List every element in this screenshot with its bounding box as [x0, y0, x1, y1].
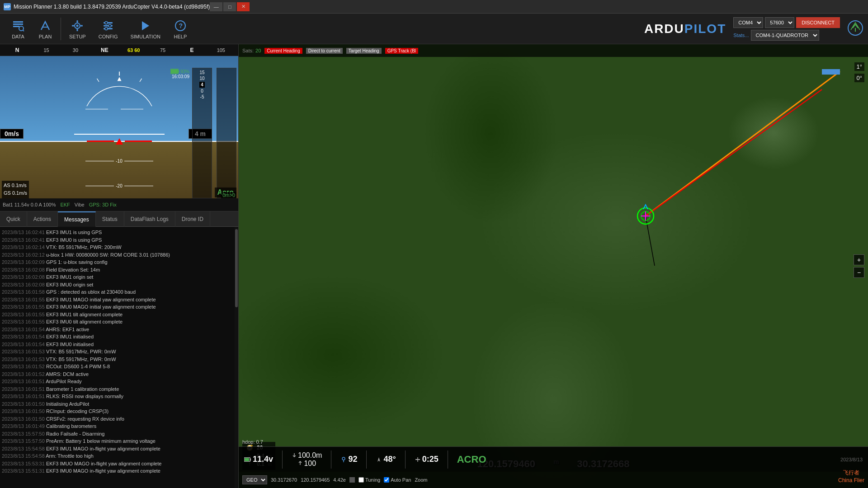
tabs-header: Quick Actions Messages Status DataFlash …: [0, 211, 238, 227]
vehicle-type-select[interactable]: COM4-1-QUADROTOR: [751, 30, 819, 41]
alt-neg5: -5: [200, 94, 204, 99]
autopan-checkbox[interactable]: [384, 477, 389, 483]
stats-link[interactable]: Stats...: [733, 33, 749, 38]
msg-text: EKF3 IMU0 initialised: [46, 342, 94, 347]
svg-point-7: [76, 24, 79, 27]
msg-timestamp: 2023/8/13 16:01:53: [2, 357, 45, 362]
minimize-button[interactable]: —: [210, 2, 222, 11]
svg-rect-1: [13, 23, 23, 25]
config-label: CONFIG: [99, 34, 118, 39]
tab-droneid[interactable]: Drone ID: [175, 211, 210, 227]
direct-btn[interactable]: Direct to current: [306, 48, 343, 54]
time-display: 16:03:09: [172, 74, 189, 79]
vibe-status: Vibe: [75, 202, 85, 207]
tuning-checkbox-label: Tuning: [359, 477, 380, 483]
rollrate-row: 0:25: [415, 455, 439, 464]
msg-timestamp: 2023/8/13 15:54:58: [2, 446, 45, 451]
current-row2: 100: [297, 460, 316, 468]
tab-messages[interactable]: Messages: [58, 211, 96, 227]
zoom-indicator: [349, 477, 355, 483]
svg-rect-0: [13, 21, 23, 23]
msg-timestamp: 2023/8/13 16:01:54: [2, 342, 45, 347]
current-heading-btn[interactable]: Current Heading: [264, 48, 302, 54]
svg-rect-39: [250, 458, 251, 460]
heading-value: 48°: [383, 455, 396, 464]
tab-actions[interactable]: Actions: [27, 211, 58, 227]
msg-timestamp: 2023/8/13 16:01:54: [2, 327, 45, 332]
message-item: 2023/8/13 15:57:50 Radio Failsafe - Disa…: [2, 430, 236, 438]
signal-icon: [847, 20, 863, 38]
data-nav-btn[interactable]: DATA: [5, 17, 32, 41]
msg-timestamp: 2023/8/13 16:02:08: [2, 267, 45, 272]
map-area[interactable]: Sats: 20 Current Heading Direct to curre…: [239, 44, 868, 488]
svg-point-16: [108, 24, 111, 27]
msg-timestamp: 2023/8/13 16:01:49: [2, 423, 45, 429]
close-button[interactable]: ✕: [237, 2, 250, 11]
msg-timestamp: 2023/8/13 15:53:31: [2, 461, 45, 466]
msg-timestamp: 2023/8/13 15:54:58: [2, 453, 45, 459]
ekf-status: EKF: [60, 202, 70, 207]
msg-text: VTX: B5 5917MHz, PWR: 200mW: [46, 244, 122, 250]
svg-point-41: [342, 457, 345, 460]
simulation-nav-btn[interactable]: SIMULATION: [124, 17, 166, 41]
baud-rate-select[interactable]: 57600: [765, 17, 794, 28]
autopan-label: Auto Pan: [391, 477, 411, 483]
msg-timestamp: 2023/8/13 16:01:55: [2, 297, 45, 302]
svg-rect-8: [77, 20, 78, 23]
message-item: 2023/8/13 16:02:41 EKF3 IMU0 is using GP…: [2, 236, 236, 244]
msg-timestamp: 2023/8/13 16:01:51: [2, 386, 45, 392]
message-item: 2023/8/13 16:01:51 ArduPilot Ready: [2, 378, 236, 385]
message-item: 2023/8/13 16:01:53 VTX: B5 5917MHz, PWR:…: [2, 356, 236, 363]
zoom-in-btn[interactable]: +: [854, 254, 864, 265]
maximize-button[interactable]: □: [223, 2, 236, 11]
map-bottom-bar: GEO 30.3172670 120.1579465 4.42e Tuning …: [239, 472, 868, 488]
message-item: 2023/8/13 16:01:52 AMRS: DCM active: [2, 371, 236, 378]
hud-status-bar: Bat1 11.54v 0.0 A 100% EKF Vibe GPS: 3D …: [0, 198, 238, 211]
help-nav-btn[interactable]: ? HELP: [167, 17, 194, 41]
target-heading-btn[interactable]: Target Heading: [346, 48, 382, 54]
svg-point-3: [19, 26, 24, 31]
gps-track-btn[interactable]: GPS Track (Bl: [385, 48, 418, 54]
current-2: 100: [304, 460, 316, 468]
lat-display: 30.3172670: [271, 477, 297, 483]
app-icon: MP: [4, 3, 11, 10]
msg-text: RLKS: RSSI now displays normally: [46, 394, 123, 399]
msg-timestamp: 2023/8/13 15:51:31: [2, 468, 45, 474]
alt-15: 15: [199, 70, 204, 75]
tab-dataflash[interactable]: DataFlash Logs: [124, 211, 175, 227]
vario-readout: 0m>0: [221, 192, 236, 198]
message-item: 2023/8/13 16:01:50 RCInput: decoding CRS…: [2, 408, 236, 415]
svg-point-15: [105, 21, 108, 24]
msg-text: AMRS: DCM active: [46, 371, 89, 377]
com-port-select[interactable]: COM4: [733, 17, 763, 28]
svg-line-25: [140, 79, 142, 82]
msg-text: GPS 1: u-blox saving config: [46, 259, 108, 265]
message-item: 2023/8/13 15:57:50 PreArm: Battery 1 bel…: [2, 437, 236, 445]
scroll-indicator[interactable]: [235, 227, 238, 488]
zoom-out-btn[interactable]: −: [854, 267, 864, 278]
waypoint-icon: [340, 456, 347, 463]
tuning-checkbox[interactable]: [359, 477, 364, 483]
artificial-horizon: -10 -20: [0, 56, 238, 211]
svg-rect-29: [171, 70, 178, 73]
setup-nav-btn[interactable]: SETUP: [63, 17, 92, 41]
msg-text: Barometer 1 calibration complete: [46, 386, 119, 392]
disconnect-button[interactable]: DISCONNECT: [796, 17, 840, 28]
bt-heading: 48°: [376, 455, 396, 464]
projection-select[interactable]: GEO: [242, 475, 267, 484]
date-stamp: 2023/8/13: [840, 457, 863, 462]
message-item: 2023/8/13 16:01:50 CRSFv2: requesting RX…: [2, 415, 236, 423]
bt-sep5: [448, 450, 448, 469]
plan-nav-btn[interactable]: PLAN: [32, 17, 59, 41]
msg-text: CRSFv2: requesting RX device info: [46, 416, 124, 422]
msg-text: EKF3 IMU0 is using GPS: [46, 237, 102, 243]
config-nav-btn[interactable]: CONFIG: [92, 17, 124, 41]
lon-display: 120.1579465: [301, 477, 330, 483]
battery-percent: 93%: [180, 69, 189, 74]
window-controls: — □ ✕: [210, 2, 250, 11]
tab-quick[interactable]: Quick: [0, 211, 27, 227]
tab-status[interactable]: Status: [96, 211, 124, 227]
msg-text: VTX: B5 5917MHz, PWR: 0mW: [46, 349, 116, 354]
scroll-thumb[interactable]: [235, 229, 238, 307]
alt-current: 4: [199, 82, 205, 88]
